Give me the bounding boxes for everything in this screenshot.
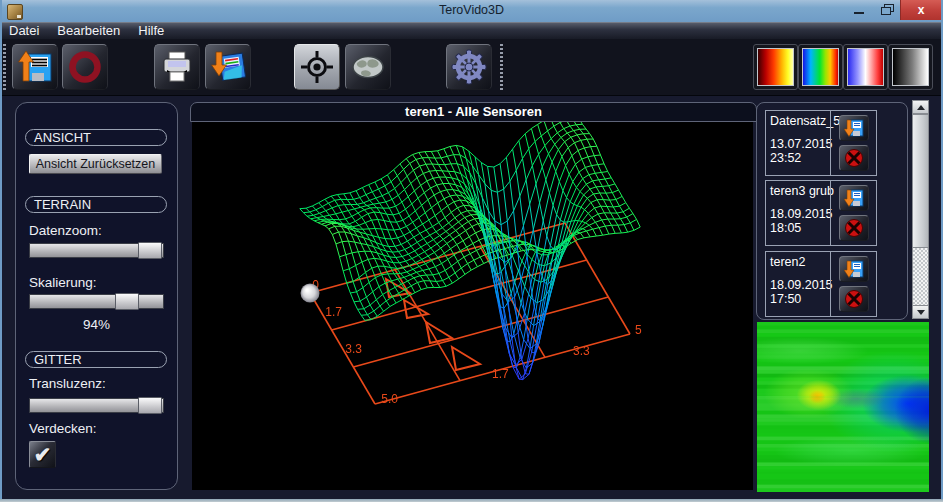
datenzoom-slider-handle[interactable]	[138, 242, 162, 259]
group-gitter-label: GITTER	[25, 351, 167, 368]
restore-button[interactable]	[873, 0, 900, 20]
settings-sidebar: ANSICHT Ansicht Zurücksetzen TERRAIN Dat…	[15, 102, 178, 490]
dataset-date: 13.07.2015	[770, 137, 830, 151]
palette-rainbow-swatch	[802, 48, 839, 86]
scrollbar-thumb[interactable]	[912, 114, 929, 248]
dataset-entry[interactable]: teren2 18.09.2015 17:50	[765, 251, 877, 317]
delete-cross-icon	[844, 148, 864, 168]
dataset-delete-button[interactable]	[839, 145, 869, 171]
skalierung-value: 94%	[29, 317, 164, 332]
heatmap-preview[interactable]	[757, 322, 929, 492]
dataset-name: teren3 grub	[770, 184, 830, 198]
skalierung-slider-handle[interactable]	[115, 293, 139, 310]
dataset-delete-button[interactable]	[839, 286, 869, 312]
dataset-actions	[830, 181, 876, 245]
palette-gray-swatch	[892, 48, 929, 86]
dataset-entry[interactable]: Datensatz_5 13.07.2015 23:52	[765, 110, 877, 176]
dataset-actions	[830, 252, 876, 316]
floppy-up-arrow-icon	[17, 49, 53, 85]
palette-heat-button[interactable]	[753, 44, 798, 90]
settings-button[interactable]	[446, 44, 492, 90]
delete-cross-icon	[844, 218, 864, 238]
menubar: Datei Bearbeiten Hilfe	[0, 22, 943, 39]
dataset-delete-button[interactable]	[839, 215, 869, 241]
gear-icon	[450, 48, 488, 86]
palette-gray-button[interactable]	[888, 44, 933, 90]
dataset-name: teren2	[770, 255, 830, 269]
verdecken-label: Verdecken:	[29, 421, 97, 436]
dataset-name: Datensatz_5	[770, 114, 830, 128]
titlebar: TeroVido3D x	[0, 0, 943, 22]
print-button[interactable]	[154, 44, 200, 90]
printer-icon	[159, 49, 195, 85]
datenzoom-label: Datenzoom:	[29, 223, 102, 238]
dataset-save-button[interactable]	[839, 115, 869, 141]
group-terrain-label: TERRAIN	[25, 196, 167, 213]
close-button[interactable]: x	[900, 0, 941, 20]
dataset-info: teren2 18.09.2015 17:50	[766, 252, 830, 316]
scroll-down-button[interactable]	[912, 305, 929, 319]
group-ansicht-label: ANSICHT	[25, 129, 167, 146]
dataset-save-button[interactable]	[839, 185, 869, 211]
palette-blue-red-button[interactable]	[843, 44, 888, 90]
datenzoom-slider[interactable]	[29, 243, 164, 258]
toolbar	[0, 39, 943, 96]
dataset-time: 23:52	[770, 151, 830, 165]
dataset-actions	[830, 111, 876, 175]
delete-cross-icon	[844, 289, 864, 309]
dataset-info: Datensatz_5 13.07.2015 23:52	[766, 111, 830, 175]
transluzenz-slider[interactable]	[29, 398, 164, 413]
floppy-save-icon	[844, 188, 864, 208]
menu-datei[interactable]: Datei	[0, 23, 48, 39]
center-view-button[interactable]	[294, 44, 340, 90]
export-button[interactable]	[205, 44, 251, 90]
toolbar-drag-handle[interactable]	[3, 44, 6, 90]
dataset-entry[interactable]: teren3 grub 18.09.2015 18:05	[765, 180, 877, 246]
window-border-left	[0, 0, 2, 500]
checkmark-icon: ✔	[34, 443, 52, 466]
load-button[interactable]	[12, 44, 58, 90]
record-circle-icon	[67, 49, 103, 85]
skalierung-slider[interactable]	[29, 294, 164, 309]
dataset-time: 18:05	[770, 221, 830, 235]
triangle-up-icon	[917, 105, 925, 110]
verdecken-checkbox[interactable]: ✔	[29, 441, 56, 468]
triangle-down-icon	[917, 310, 925, 315]
toolbar-separator	[500, 44, 503, 90]
dataset-scrollbar	[912, 100, 929, 319]
surface-plot-canvas[interactable]	[192, 122, 753, 490]
palette-heat-swatch	[757, 48, 794, 86]
view-title: teren1 - Alle Sensoren	[405, 104, 542, 119]
transluzenz-slider-handle[interactable]	[138, 397, 162, 414]
dataset-save-button[interactable]	[839, 256, 869, 282]
scroll-up-button[interactable]	[912, 100, 929, 114]
surface-plot-area[interactable]	[192, 122, 753, 490]
floppy-save-icon	[844, 118, 864, 138]
map-view-button[interactable]	[345, 44, 391, 90]
transluzenz-label: Transluzenz:	[29, 376, 106, 391]
menu-hilfe[interactable]: Hilfe	[129, 23, 173, 39]
dataset-time: 17:50	[770, 292, 830, 306]
heatmap-preview-canvas[interactable]	[757, 322, 929, 492]
menu-bearbeiten[interactable]: Bearbeiten	[48, 23, 129, 39]
minimize-button[interactable]	[846, 0, 873, 20]
world-map-icon	[349, 48, 387, 86]
dataset-date: 18.09.2015	[770, 207, 830, 221]
record-button[interactable]	[62, 44, 108, 90]
dataset-info: teren3 grub 18.09.2015 18:05	[766, 181, 830, 245]
floppy-down-arrow-icon	[210, 49, 246, 85]
view-title-bar: teren1 - Alle Sensoren	[190, 102, 757, 122]
dataset-panel: Datensatz_5 13.07.2015 23:52	[756, 102, 908, 320]
palette-blue-red-swatch	[847, 48, 884, 86]
crosshair-icon	[299, 49, 335, 85]
dataset-date: 18.09.2015	[770, 278, 830, 292]
window-controls: x	[846, 0, 941, 20]
palette-rainbow-button[interactable]	[798, 44, 843, 90]
skalierung-label: Skalierung:	[29, 275, 97, 290]
window-title: TeroVido3D	[0, 3, 943, 17]
reset-view-button[interactable]: Ansicht Zurücksetzen	[29, 154, 162, 174]
floppy-save-icon	[844, 259, 864, 279]
